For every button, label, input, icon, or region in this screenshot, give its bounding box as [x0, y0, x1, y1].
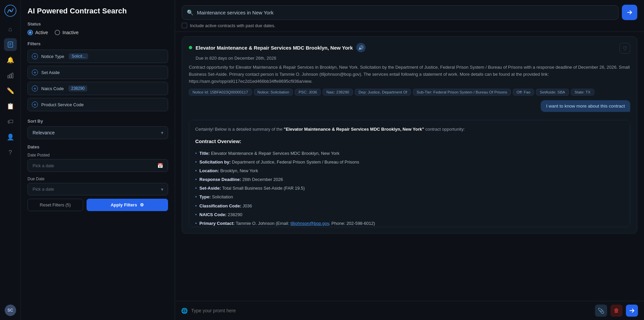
sort-select-wrapper[interactable]: Relevance Date Posted Due Date [28, 126, 168, 139]
svg-rect-7 [10, 74, 11, 78]
ai-overview-heading: Contract Overview: [195, 137, 624, 146]
tag-state: State: TX [571, 89, 594, 95]
status-inactive-radio[interactable] [55, 30, 60, 35]
sort-select[interactable]: Relevance Date Posted Due Date [28, 126, 168, 139]
contracts-icon[interactable] [4, 38, 17, 51]
ai-item-naics: NAICS Code: 238290 [195, 210, 624, 219]
user-message-bubble: I want to know more about this contract [541, 100, 630, 112]
chat-send-button[interactable] [626, 305, 638, 317]
filter-plus-icon: + [32, 102, 38, 108]
filter-actions: Reset Filters (5) Apply Filters ⚙ [28, 199, 168, 211]
filter-naics-code[interactable]: + Naics Code 238290 [28, 82, 168, 95]
sort-label: Sort By [28, 119, 168, 124]
filter-notice-type[interactable]: + Notice Type Solicit... [28, 50, 168, 63]
contract-title: Elevator Maintenance & Repair Services M… [196, 45, 353, 51]
person-icon[interactable]: 👤 [4, 131, 17, 143]
left-panel: AI Powered Contract Search Status Active… [21, 0, 175, 320]
main-content: 🔍 Include active contracts with past due… [175, 0, 644, 320]
contract-description: Contract opportunity for Elevator Mainte… [189, 64, 630, 85]
ai-item-location: Location: Brooklyn, New York [195, 167, 624, 175]
filter-plus-icon: + [32, 69, 38, 75]
contract-card: Elevator Maintenance & Repair Services M… [182, 37, 637, 234]
status-active-radio[interactable] [28, 30, 33, 35]
tag-off: Off: Fao [513, 89, 534, 95]
status-active-option[interactable]: Active [28, 30, 48, 35]
svg-point-1 [9, 10, 11, 12]
attach-button[interactable]: 📎 [595, 305, 607, 317]
bell-icon[interactable]: 🔔 [4, 54, 17, 66]
due-date-wrapper[interactable]: Pick a date [28, 183, 168, 195]
ai-contract-name: "Elevator Maintenance & Repair Services … [284, 127, 424, 132]
contract-header: Elevator Maintenance & Repair Services M… [189, 43, 630, 54]
status-row: Active Inactive [28, 30, 168, 35]
chat-input-bar: 🌐 📎 🗑 [175, 301, 644, 320]
ai-item-deadline: Response Deadline: 26th December 2026 [195, 175, 624, 184]
filter-notice-type-label: Notice Type [41, 54, 64, 59]
status-inactive-option[interactable]: Inactive [55, 30, 78, 35]
search-icon: 🔍 [187, 9, 194, 16]
search-row: 🔍 [182, 5, 637, 20]
filter-psc-label: Product Service Code [41, 102, 84, 107]
page-title: AI Powered Contract Search [28, 7, 168, 15]
ai-item-contact: Primary Contact: Tammie O. Johnson (Emai… [195, 219, 624, 228]
ai-item-title: Title: Elevator Maintenance & Repair Ser… [195, 149, 624, 158]
include-active-label: Include active contracts with past due d… [190, 23, 275, 28]
home-icon[interactable]: ⌂ [4, 23, 17, 36]
chart-icon[interactable] [4, 69, 17, 82]
status-label: Status [28, 21, 168, 26]
edit-icon[interactable]: ✏️ [4, 84, 17, 97]
audio-button[interactable]: 🔊 [356, 43, 366, 52]
avatar[interactable]: SC [5, 305, 16, 316]
ai-item-setaside: Set-Aside: Total Small Business Set-Asid… [195, 184, 624, 193]
include-active-checkbox[interactable] [182, 23, 187, 28]
app-logo [4, 4, 17, 17]
search-submit-button[interactable] [622, 5, 637, 20]
ai-item-solicitation: Solicitation by: Department of Justice, … [195, 158, 624, 167]
due-date-select[interactable]: Pick a date [28, 183, 168, 195]
chat-input[interactable] [191, 308, 592, 313]
dates-label: Dates [28, 144, 168, 149]
date-posted-label: Date Posted [28, 153, 168, 157]
due-date-label: Due Date [28, 177, 168, 181]
user-message-row: I want to know more about this contract [189, 100, 630, 116]
ai-item-type: Type: Solicitation [195, 193, 624, 201]
filter-set-aside[interactable]: + Set Aside [28, 66, 168, 79]
date-posted-input[interactable]: Pick a date 📅 [28, 159, 168, 172]
filter-icon: ⚙ [140, 202, 144, 207]
apply-filters-button[interactable]: Apply Filters ⚙ [87, 199, 168, 211]
ai-overview-list: Title: Elevator Maintenance & Repair Ser… [195, 149, 624, 227]
chat-globe-icon: 🌐 [181, 308, 188, 314]
svg-rect-8 [12, 73, 13, 78]
results-area: Elevator Maintenance & Repair Services M… [175, 32, 644, 301]
favorite-button[interactable]: ♡ [620, 43, 630, 54]
search-bar-area: 🔍 Include active contracts with past due… [175, 0, 644, 32]
tag-notice-id: Notice Id: 15BFA023Q00000117 [189, 89, 252, 95]
help-icon[interactable]: ? [4, 146, 17, 159]
tag-subtier: Sub-Tier: Federal Prison System / Bureau… [413, 89, 511, 95]
reset-filters-button[interactable]: Reset Filters (5) [28, 199, 83, 211]
filter-naics-tag: 238290 [68, 85, 87, 91]
search-input-wrapper[interactable]: 🔍 [182, 5, 619, 20]
sort-dropdown[interactable]: Relevance Date Posted Due Date [33, 130, 163, 135]
include-active-row: Include active contracts with past due d… [182, 23, 637, 28]
filter-plus-icon: + [32, 85, 38, 91]
status-inactive-label: Inactive [62, 30, 78, 35]
filter-psc[interactable]: + Product Service Code [28, 98, 168, 111]
tag-psc: PSC: J036 [295, 89, 321, 95]
filter-notice-type-tag: Solicit... [69, 53, 88, 59]
tag-naic: Naic: 238290 [323, 89, 353, 95]
date-posted-wrapper[interactable]: Pick a date 📅 [28, 159, 168, 172]
clipboard-icon[interactable]: 📋 [4, 100, 17, 113]
due-date-text: Due in 820 days on December 26th, 2026 [196, 56, 630, 61]
search-input[interactable] [197, 6, 613, 19]
ai-item-classification: Classification Code: J036 [195, 202, 624, 210]
contract-title-row: Elevator Maintenance & Repair Services M… [189, 43, 366, 52]
calendar-icon: 📅 [157, 163, 163, 168]
svg-rect-6 [8, 75, 9, 78]
tag-icon[interactable]: 🏷 [4, 115, 17, 128]
status-dot [189, 46, 192, 49]
filter-naics-label: Naics Code [41, 86, 64, 91]
filters-label: Filters [28, 41, 168, 46]
delete-button[interactable]: 🗑 [610, 305, 623, 317]
ai-intro: Certainly! Below is a detailed summary o… [195, 126, 624, 133]
